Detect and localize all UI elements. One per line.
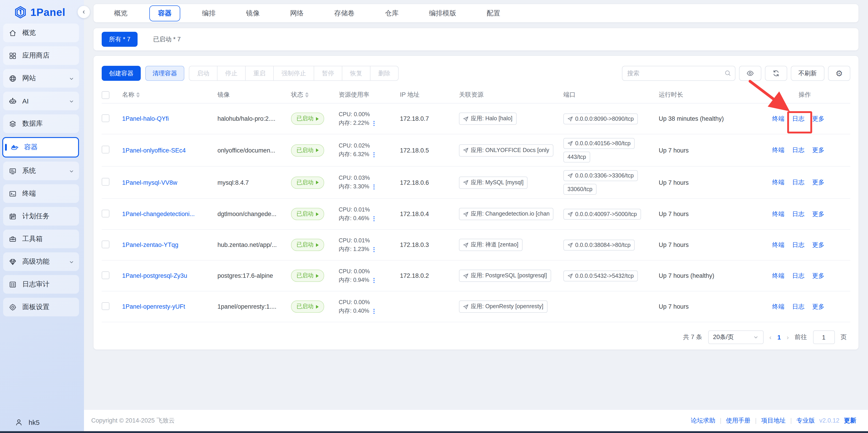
- row-action-log[interactable]: 日志: [792, 179, 804, 186]
- row-action-more[interactable]: 更多: [812, 147, 825, 153]
- create-container-button[interactable]: 创建容器: [102, 66, 141, 81]
- container-name-link[interactable]: 1Panel-onlyoffice-SEc4: [122, 147, 186, 154]
- goto-page-input[interactable]: [813, 331, 835, 344]
- refresh-button[interactable]: [765, 66, 787, 81]
- resource-detail-dots[interactable]: ⋮: [371, 119, 377, 127]
- row-checkbox[interactable]: [102, 146, 110, 153]
- row-action-terminal[interactable]: 终端: [772, 272, 784, 279]
- resource-detail-dots[interactable]: ⋮: [371, 307, 377, 315]
- sidebar-item-advanced[interactable]: 高级功能: [3, 252, 79, 271]
- container-name-link[interactable]: 1Panel-changedetectioni...: [122, 211, 195, 217]
- app-tag[interactable]: 应用: ONLYOFFICE Docs [onlyoffic: [459, 144, 553, 156]
- column-header[interactable]: 名称: [122, 91, 217, 99]
- row-action-log[interactable]: 日志: [792, 147, 804, 153]
- sidebar-collapse-button[interactable]: [78, 6, 90, 18]
- row-action-more[interactable]: 更多: [812, 210, 825, 217]
- tab-compose[interactable]: 编排: [193, 5, 224, 21]
- row-action-log[interactable]: 日志: [792, 303, 804, 310]
- batch-pause-button[interactable]: 暂停: [314, 66, 342, 81]
- forum-help-link[interactable]: 论坛求助: [691, 416, 715, 425]
- row-checkbox[interactable]: [102, 271, 110, 279]
- sidebar-item-database[interactable]: 数据库: [3, 114, 79, 133]
- row-action-terminal[interactable]: 终端: [772, 210, 784, 217]
- sidebar-item-overview[interactable]: 概览: [3, 24, 79, 42]
- row-checkbox[interactable]: [102, 240, 110, 248]
- resource-detail-dots[interactable]: ⋮: [371, 214, 377, 223]
- port-tag[interactable]: 0.0.0.0:5432->5432/tcp: [563, 270, 638, 281]
- row-action-log[interactable]: 日志: [792, 272, 804, 279]
- row-action-log[interactable]: 日志: [792, 115, 804, 122]
- sidebar-user[interactable]: hk5: [14, 418, 39, 427]
- no-refresh-button[interactable]: 不刷新: [790, 66, 825, 81]
- row-action-terminal[interactable]: 终端: [772, 147, 784, 153]
- container-name-link[interactable]: 1Panel-halo-QYfi: [122, 115, 169, 122]
- port-tag[interactable]: 0.0.0.0:8090->8090/tcp: [563, 113, 638, 124]
- table-settings-button[interactable]: ⚙: [828, 66, 850, 81]
- row-checkbox[interactable]: [102, 178, 110, 186]
- batch-stop-button[interactable]: 停止: [217, 66, 246, 81]
- tab-config[interactable]: 配置: [478, 5, 509, 21]
- sidebar-item-ai[interactable]: AI: [3, 92, 79, 110]
- container-name-link[interactable]: 1Panel-zentao-YTqg: [122, 242, 178, 248]
- sidebar-item-panel-settings[interactable]: 面板设置: [3, 298, 79, 316]
- row-checkbox[interactable]: [102, 302, 110, 310]
- tab-images[interactable]: 镜像: [238, 5, 268, 21]
- app-tag[interactable]: 应用: 禅道 [zentao]: [459, 239, 523, 251]
- row-checkbox[interactable]: [102, 114, 110, 122]
- row-action-more[interactable]: 更多: [812, 115, 825, 122]
- row-action-terminal[interactable]: 终端: [772, 303, 784, 310]
- batch-force-stop-button[interactable]: 强制停止: [273, 66, 314, 81]
- batch-resume-button[interactable]: 恢复: [342, 66, 370, 81]
- app-tag[interactable]: 应用: PostgreSQL [postgresql]: [459, 270, 551, 282]
- batch-restart-button[interactable]: 重启: [245, 66, 274, 81]
- sidebar-item-containers[interactable]: 容器: [2, 137, 79, 157]
- tab-networks[interactable]: 网络: [281, 5, 312, 21]
- batch-delete-button[interactable]: 删除: [370, 66, 399, 81]
- row-action-more[interactable]: 更多: [812, 272, 825, 279]
- sidebar-item-terminal[interactable]: 终端: [3, 184, 79, 203]
- sort-icon[interactable]: [136, 92, 140, 98]
- tab-repos[interactable]: 仓库: [376, 5, 407, 21]
- search-input[interactable]: [622, 66, 735, 81]
- app-tag[interactable]: 应用: OpenResty [openresty]: [459, 301, 548, 313]
- tab-templates[interactable]: 编排模版: [421, 5, 465, 21]
- row-action-terminal[interactable]: 终端: [772, 179, 784, 186]
- column-header[interactable]: 状态: [291, 91, 339, 99]
- filter-running-button[interactable]: 已启动 * 7: [153, 35, 181, 43]
- filter-all-button[interactable]: 所有 * 7: [102, 32, 138, 47]
- resource-detail-dots[interactable]: ⋮: [371, 276, 377, 284]
- row-action-more[interactable]: 更多: [812, 303, 825, 310]
- tab-containers[interactable]: 容器: [149, 5, 180, 21]
- column-visibility-button[interactable]: [739, 66, 761, 81]
- sort-icon[interactable]: [305, 92, 309, 98]
- prune-container-button[interactable]: 清理容器: [145, 66, 184, 81]
- port-tag[interactable]: 0.0.0.0:40097->5000/tcp: [563, 209, 641, 219]
- resource-detail-dots[interactable]: ⋮: [371, 150, 377, 159]
- port-tag[interactable]: 0.0.0.0:40156->80/tcp: [563, 138, 634, 149]
- tab-overview[interactable]: 概览: [105, 5, 136, 21]
- batch-start-button[interactable]: 启动: [189, 66, 217, 81]
- port-tag[interactable]: 0.0.0.0:3306->3306/tcp: [563, 170, 638, 181]
- row-action-terminal[interactable]: 终端: [772, 115, 784, 122]
- sidebar-item-system[interactable]: 系统: [3, 162, 79, 180]
- project-repo-link[interactable]: 项目地址: [761, 416, 785, 425]
- sidebar-item-cronjobs[interactable]: 计划任务: [3, 207, 79, 225]
- row-action-log[interactable]: 日志: [792, 210, 804, 217]
- app-tag[interactable]: 应用: MySQL [mysql]: [459, 176, 528, 189]
- resource-detail-dots[interactable]: ⋮: [371, 182, 377, 191]
- container-name-link[interactable]: 1Panel-postgresql-Zy3u: [122, 272, 187, 279]
- port-tag[interactable]: 0.0.0.0:38084->80/tcp: [563, 240, 634, 250]
- sidebar-item-appstore[interactable]: 应用商店: [3, 46, 79, 65]
- row-action-more[interactable]: 更多: [812, 179, 825, 186]
- user-manual-link[interactable]: 使用手册: [726, 416, 750, 425]
- container-name-link[interactable]: 1Panel-mysql-VV8w: [122, 179, 177, 186]
- current-page[interactable]: 1: [777, 334, 781, 341]
- prev-page-button[interactable]: ‹: [769, 334, 771, 341]
- app-tag[interactable]: 应用: Changedetection.io [changed: [459, 208, 553, 220]
- row-checkbox[interactable]: [102, 210, 110, 217]
- resource-detail-dots[interactable]: ⋮: [371, 245, 377, 253]
- next-page-button[interactable]: ›: [787, 334, 789, 341]
- app-tag[interactable]: 应用: Halo [halo]: [459, 113, 517, 125]
- container-name-link[interactable]: 1Panel-openresty-yUFt: [122, 303, 185, 310]
- select-all-checkbox[interactable]: [102, 91, 110, 99]
